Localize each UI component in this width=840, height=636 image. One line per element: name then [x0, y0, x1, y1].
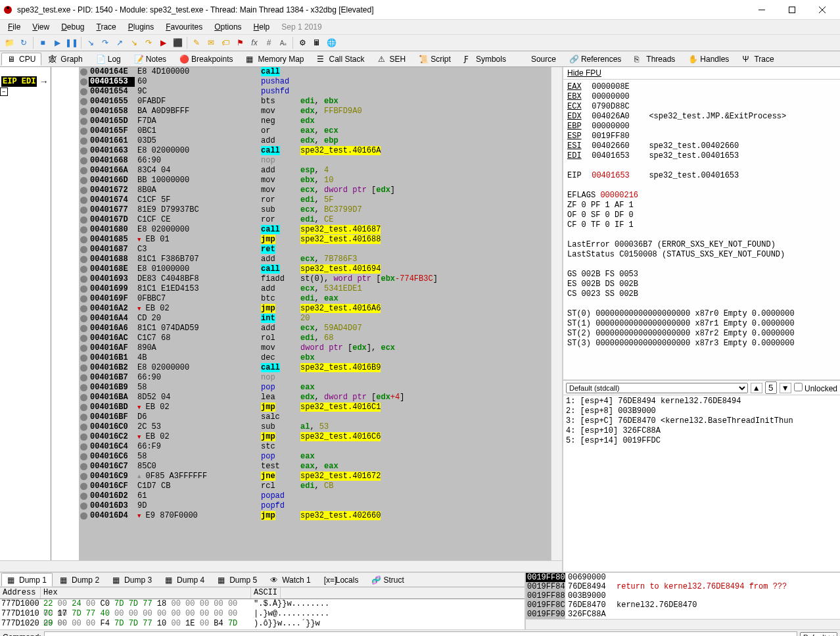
stop-icon[interactable]: ■ — [36, 36, 49, 49]
minimize-button[interactable] — [747, 0, 777, 20]
disasm-row[interactable]: 004016CFC1D7 CBrcledi, CB — [79, 481, 551, 491]
refresh-icon[interactable]: ↻ — [17, 36, 30, 49]
tab-notes[interactable]: 📝Notes — [128, 53, 172, 66]
disasm-row[interactable]: 004016A681C1 074DAD59addecx, 59AD4D07 — [79, 324, 551, 333]
disasm-row[interactable]: 004016C466:F9stc — [79, 442, 551, 452]
stack-row[interactable]: 0019FF8000690000 — [526, 573, 840, 582]
breakpoint-dot[interactable] — [80, 246, 87, 253]
breakpoint-dot[interactable] — [80, 443, 87, 451]
dump-row[interactable]: 777D100022 00 24 00 C0 7D 7D 77 18 00 00… — [0, 599, 525, 609]
breakpoint-dot[interactable] — [80, 364, 87, 372]
disasm-row[interactable]: 004016BA8D52 04leaedx, dword ptr [edx+4] — [79, 393, 551, 403]
breakpoint-dot[interactable] — [80, 394, 87, 401]
disasm-row[interactable]: 00401680E8 02000000callspe32_test.401687 — [79, 225, 551, 235]
disasm-row[interactable]: 004016C658popeax — [79, 452, 551, 462]
breakpoint-dot[interactable] — [80, 108, 87, 115]
breakpoint-dot[interactable] — [80, 118, 87, 125]
unlocked-checkbox[interactable]: Unlocked — [794, 383, 837, 393]
menu-favourites[interactable]: Favourites — [160, 21, 208, 33]
arg-count-input[interactable] — [765, 381, 777, 394]
disasm-row[interactable]: 0040167DC1CF CEroredi, CE — [79, 215, 551, 225]
command-mode-select[interactable]: Default — [800, 632, 837, 637]
disasm-row[interactable]: 004016C02C 53subal, 53 — [79, 422, 551, 432]
breakpoint-dot[interactable] — [80, 236, 87, 243]
bottom-tab-dump-4[interactable]: ▦Dump 4 — [159, 573, 210, 587]
tab-cpu[interactable]: 🖥CPU — [1, 53, 41, 66]
disasm-row[interactable]: 004016A2▼ EB 02jmpspe32_test.4016A6 — [79, 304, 551, 314]
bottom-tab-dump-3[interactable]: ▦Dump 3 — [106, 573, 158, 587]
breakpoint-dot[interactable] — [80, 177, 87, 184]
bottom-tab-struct[interactable]: 🧬Struct — [365, 573, 409, 587]
hide-fpu-link[interactable]: Hide FPU — [567, 68, 601, 78]
disasm-row[interactable]: 004016C9▲ 0F85 A3FFFFFFjnespe32_test.401… — [79, 472, 551, 481]
breakpoint-dot[interactable] — [80, 414, 87, 421]
disasm-row[interactable]: 004016D261popad — [79, 491, 551, 501]
breakpoint-dot[interactable] — [80, 355, 87, 362]
disasm-row[interactable]: 004016AF890Amovdword ptr [edx], ecx — [79, 343, 551, 353]
stack-panel[interactable]: 0019FF80006900000019FF8476DE8494return t… — [525, 573, 840, 629]
breakpoint-dot[interactable] — [80, 305, 87, 312]
az-icon[interactable]: Aₐ — [277, 36, 290, 49]
breakpoint-dot[interactable] — [80, 167, 87, 174]
tab-seh[interactable]: ⚠SEH — [372, 53, 412, 66]
breakpoint-dot[interactable] — [80, 78, 87, 86]
breakpoint-dot[interactable] — [80, 404, 87, 411]
tab-source[interactable]: Source — [513, 53, 562, 66]
call-arg-row[interactable]: 4: [esp+10] 326FC88A — [566, 426, 837, 436]
breakpoint-dot[interactable] — [80, 88, 87, 95]
breakpoint-dot[interactable] — [80, 502, 87, 510]
dump-col-address[interactable]: Address — [0, 587, 41, 599]
disasm-row[interactable]: 004016C785C0testeax, eax — [79, 462, 551, 472]
disasm-row[interactable]: 00401687C3ret — [79, 245, 551, 255]
trace-over-icon[interactable]: ↷ — [142, 36, 155, 49]
tab-symbols[interactable]: ƑSymbols — [458, 53, 512, 66]
disasm-row[interactable]: 0040165F0BC1oreax, ecx — [79, 126, 551, 136]
disasm-row[interactable]: 004016B2E8 02000000callspe32_test.4016B9 — [79, 363, 551, 373]
tab-memory-map[interactable]: ▦Memory Map — [240, 53, 310, 66]
command-input[interactable] — [44, 631, 797, 637]
breakpoint-dot[interactable] — [80, 276, 87, 283]
breakpoint-dot[interactable] — [80, 137, 87, 145]
terminal-icon[interactable]: ⬛ — [171, 36, 184, 49]
breakpoint-dot[interactable] — [80, 266, 87, 273]
breakpoint-dot[interactable] — [80, 207, 87, 214]
pause-icon[interactable]: ❚❚ — [65, 36, 78, 49]
disasm-row[interactable]: 004016D4▼ E9 870F0000jmpspe32_test.40266… — [79, 511, 551, 521]
step-over-icon[interactable]: ↷ — [99, 36, 112, 49]
disasm-row[interactable]: 0040169F0FBBC7btcedi, eax — [79, 294, 551, 304]
breakpoint-dot[interactable] — [80, 453, 87, 460]
disasm-row[interactable]: 004016728B0Amovecx, dword ptr [edx] — [79, 185, 551, 195]
stack-row[interactable]: 0019FF8C76DE8470kernel32.76DE8470 — [526, 600, 840, 610]
disasm-row[interactable]: 0040165DF7DAnegedx — [79, 116, 551, 126]
breakpoint-dot[interactable] — [80, 256, 87, 263]
disasm-row[interactable]: 0040164EE8 4D100000call — [79, 67, 551, 77]
breakpoint-dot[interactable] — [80, 325, 87, 332]
step-out-icon[interactable]: ↗ — [113, 36, 126, 49]
bottom-tab-dump-5[interactable]: ▦Dump 5 — [212, 573, 263, 587]
tab-script[interactable]: 📜Script — [413, 53, 457, 66]
disasm-row[interactable]: 0040168881C1 F386B707addecx, 7B786F3 — [79, 255, 551, 264]
breakpoint-dot[interactable] — [80, 68, 87, 76]
disasm-row[interactable]: 004016D39Dpopfd — [79, 501, 551, 511]
tab-breakpoints[interactable]: 🔴Breakpoints — [174, 53, 239, 66]
disasm-row[interactable]: 0040166A83C4 04addesp, 4 — [79, 166, 551, 176]
breakpoint-dot[interactable] — [80, 493, 87, 500]
vertical-scrollbar[interactable] — [551, 67, 562, 560]
disasm-row[interactable]: 00401658BA A0D9BFFFmovedx, FFBFD9A0 — [79, 107, 551, 116]
disasm-row[interactable]: 00401663E8 02000000callspe32_test.40166A — [79, 146, 551, 156]
breakpoint-dot[interactable] — [80, 315, 87, 322]
stack-row[interactable]: 0019FF8476DE8494return to kernel32.76DE8… — [526, 582, 840, 591]
menu-file[interactable]: File — [3, 21, 26, 33]
stack-row[interactable]: 0019FF88003B9000 — [526, 591, 840, 600]
disasm-row[interactable]: 0040166103D5addedx, ebp — [79, 136, 551, 146]
breakpoint-dot[interactable] — [80, 512, 87, 520]
breakpoint-dot[interactable] — [80, 384, 87, 391]
breakpoint-dot[interactable] — [80, 216, 87, 224]
close-button[interactable] — [807, 0, 837, 20]
bottom-tab-locals[interactable]: [x=]Locals — [318, 573, 365, 587]
disasm-row[interactable]: 004016549Cpushfd — [79, 87, 551, 97]
step-into-icon[interactable]: ↘ — [84, 36, 97, 49]
bottom-tab-dump-1[interactable]: ▦Dump 1 — [1, 573, 53, 587]
bottom-tab-dump-2[interactable]: ▦Dump 2 — [54, 573, 105, 587]
stack-row[interactable]: 0019FF90326FC88A — [526, 610, 840, 619]
